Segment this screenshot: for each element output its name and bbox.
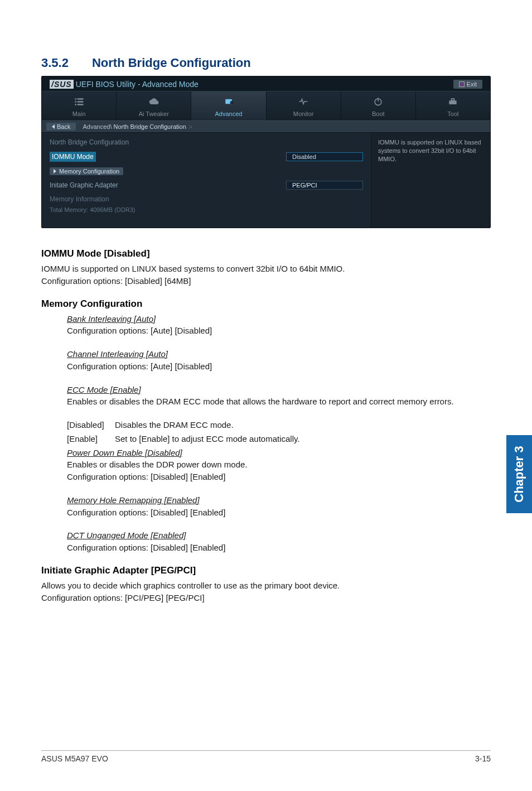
svg-text:i: i xyxy=(231,101,231,104)
exit-label: Exit xyxy=(467,81,477,88)
help-panel: IOMMU is supported on LINUX based system… xyxy=(371,133,490,228)
tab-main[interactable]: Main xyxy=(42,91,117,120)
tab-monitor-label: Monitor xyxy=(267,110,341,117)
tab-monitor[interactable]: Monitor xyxy=(267,91,341,120)
pd-body2: Configuration options: [Disabled] [Enabl… xyxy=(67,471,491,483)
panel-title: North Bridge Configuration xyxy=(50,138,363,146)
chevron-right-icon xyxy=(54,169,56,173)
tab-boot[interactable]: Boot xyxy=(341,91,416,120)
tab-tool-label: Tool xyxy=(416,110,490,117)
help-text: IOMMU is supported on LINUX based system… xyxy=(378,139,481,162)
ecc-opt2-val: Set to [Enable] to adjust ECC mode autom… xyxy=(115,433,300,445)
chapter-tab: Chapter 3 xyxy=(506,435,532,513)
pd-title: Power Down Enable [Disabled] xyxy=(67,448,182,457)
tab-main-label: Main xyxy=(42,110,116,117)
dct-body: Configuration options: [Disabled] [Enabl… xyxy=(67,542,491,554)
initiate-desc: Allows you to decide which graphics cont… xyxy=(41,580,491,592)
row-iommu-value[interactable]: Disabled xyxy=(286,152,363,161)
bios-screenshot: /SUS UEFI BIOS Utility - Advanced Mode E… xyxy=(41,76,491,228)
row-iommu-label: IOMMU Mode xyxy=(50,152,96,162)
tab-advanced[interactable]: i Advanced xyxy=(191,91,266,120)
section-heading: 3.5.2 North Bridge Configuration xyxy=(41,56,491,70)
initiate-opts: Configuration options: [PCI/PEG] [PEG/PC… xyxy=(41,592,491,604)
svg-rect-2 xyxy=(75,101,76,103)
toolbox-icon xyxy=(447,96,458,107)
crumb-sep: > xyxy=(189,123,192,130)
crumb-root: Advanced\ xyxy=(83,123,112,130)
tab-boot-label: Boot xyxy=(341,110,415,117)
svg-rect-11 xyxy=(449,100,457,104)
footer-left: ASUS M5A97 EVO xyxy=(41,754,108,763)
svg-rect-3 xyxy=(77,101,83,103)
cloud-icon xyxy=(148,96,159,107)
iommu-heading: IOMMU Mode [Disabled] xyxy=(41,248,491,259)
initiate-label: Initate Graphic Adapter xyxy=(50,181,118,189)
ecc-opt-enable: [Enable] Set to [Enable] to adjust ECC m… xyxy=(67,433,491,445)
section-number: 3.5.2 xyxy=(41,56,69,70)
ecc-title: ECC Mode [Enable] xyxy=(67,385,141,394)
chan-title: Channel Interleaving [Auto] xyxy=(67,349,168,359)
brand-mark: /SUS xyxy=(50,80,74,89)
bios-title: /SUS UEFI BIOS Utility - Advanced Mode xyxy=(50,80,199,89)
memory-config-label: Memory Configuration xyxy=(59,168,119,175)
exit-icon xyxy=(459,81,465,87)
arrow-left-icon xyxy=(52,124,55,129)
tab-tool[interactable]: Tool xyxy=(416,91,490,120)
hole-title: Memory Hole Remapping [Enabled] xyxy=(67,495,200,505)
back-button[interactable]: Back xyxy=(46,123,76,131)
crumb-leaf: North Bridge Configuration xyxy=(114,123,186,130)
mem-info-header: Memory Information xyxy=(50,195,363,203)
svg-rect-1 xyxy=(77,98,83,100)
pd-body1: Enables or disables the DDR power down m… xyxy=(67,459,491,471)
ecc-opt1-key: [Disabled] xyxy=(67,419,115,431)
ecc-body: Enables or disables the DRAM ECC mode th… xyxy=(67,396,491,408)
hole-body: Configuration options: [Disabled] [Enabl… xyxy=(67,507,491,519)
chan-body: Configuration options: [Aute] [Disabled] xyxy=(67,360,491,373)
iommu-opts: Configuration options: [Disabled] [64MB] xyxy=(41,275,491,287)
svg-rect-0 xyxy=(75,98,76,100)
section-title-text: North Bridge Configuration xyxy=(92,56,251,70)
breadcrumb: Back Advanced\ North Bridge Configuratio… xyxy=(42,120,490,133)
initiate-value[interactable]: PEG/PCI xyxy=(286,181,363,190)
bios-title-text: UEFI BIOS Utility - Advanced Mode xyxy=(76,80,199,89)
total-memory: Total Memory: 4096MB (DDR3) xyxy=(50,206,363,213)
footer-right: 3-15 xyxy=(475,754,491,763)
ecc-opt2-key: [Enable] xyxy=(67,433,115,445)
tab-ai-tweaker[interactable]: Ai Tweaker xyxy=(117,91,191,120)
bank-body: Configuration options: [Aute] [Disabled] xyxy=(67,325,491,337)
dct-title: DCT Unganged Mode [Enabled] xyxy=(67,530,186,540)
list-icon xyxy=(74,96,85,107)
chapter-label: Chapter 3 xyxy=(512,446,526,502)
ecc-opt1-val: Disables the DRAM ECC mode. xyxy=(115,419,234,431)
initiate-heading: Initiate Graphic Adapter [PEG/PCI] xyxy=(41,565,491,576)
iommu-desc: IOMMU is supported on LINUX based system… xyxy=(41,263,491,275)
svg-rect-4 xyxy=(75,104,76,105)
memconf-heading: Memory Configuration xyxy=(41,298,491,310)
tab-advanced-label: Advanced xyxy=(191,110,265,117)
heartbeat-icon xyxy=(298,96,309,107)
svg-rect-5 xyxy=(77,104,83,105)
row-iommu[interactable]: IOMMU Mode Disabled xyxy=(50,152,363,162)
bank-title: Bank Interleaving [Auto] xyxy=(67,314,156,324)
tab-tweaker-label: Ai Tweaker xyxy=(117,110,191,117)
back-label: Back xyxy=(57,123,70,130)
row-memory-config[interactable]: Memory Configuration xyxy=(50,167,363,175)
row-initiate[interactable]: Initate Graphic Adapter PEG/PCI xyxy=(50,181,363,190)
power-icon xyxy=(373,96,384,107)
ecc-opt-disabled: [Disabled] Disables the DRAM ECC mode. xyxy=(67,419,491,431)
chip-icon: i xyxy=(223,96,234,107)
exit-button[interactable]: Exit xyxy=(453,80,482,89)
svg-rect-12 xyxy=(452,99,454,100)
